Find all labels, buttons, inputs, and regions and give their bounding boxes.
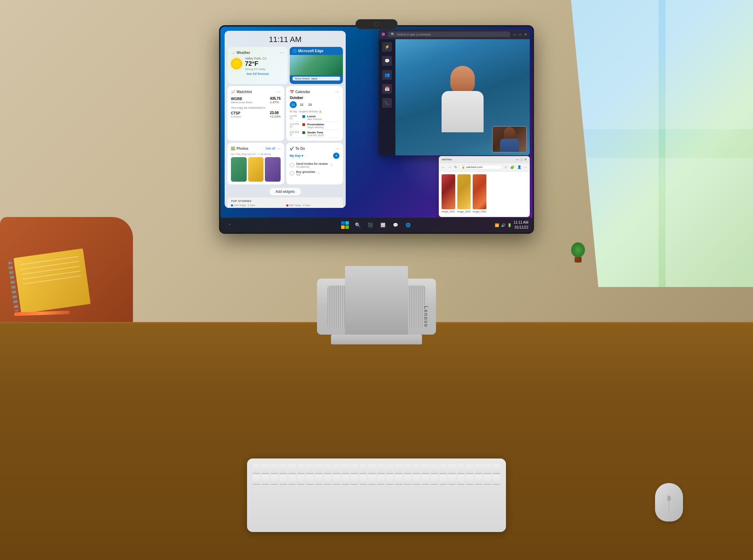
todo-menu[interactable]: ··· [335, 146, 339, 151]
news-item-2[interactable]: NBC News · 5 mins Are coffee naps the an… [286, 204, 339, 208]
teams-nav-teams[interactable]: 👥 [382, 70, 392, 80]
thumbnail-video-feed [492, 126, 527, 153]
calendar-widget[interactable]: 📅 Calendar ··· October › 21 22 2 [286, 86, 343, 141]
event-pres-details: Presentation Skype Meeting [307, 123, 324, 128]
photos-widget[interactable]: 🖼️ Photos See all ··· On This Day Oct 20 [227, 143, 284, 184]
monitor-stand [345, 266, 408, 343]
todo-star-icon-2[interactable]: ☆ [317, 171, 321, 175]
browser-image-item-2[interactable]: image_0002 [457, 174, 471, 213]
teams-nav-chat[interactable]: 💬 [382, 56, 392, 66]
taskbar-battery-icon[interactable]: 🔋 [507, 223, 512, 227]
notebook-cover [14, 248, 91, 314]
weather-forecast-link[interactable]: See full forecast [231, 72, 284, 76]
notebook [14, 246, 106, 321]
webcam-lens [374, 22, 379, 26]
keyboard-keys [247, 458, 506, 490]
browser-back-button[interactable]: ← [441, 164, 446, 170]
taskbar-center-icons: 🔍 ⬛ 🪟 💬 🌐 [340, 220, 413, 230]
photos-thumb-3[interactable] [265, 157, 281, 182]
news-item-1[interactable]: USA Today · 3 mins One of the smallest b… [231, 204, 284, 208]
todo-checkbox-2[interactable] [290, 171, 294, 175]
edge-widget[interactable]: 🌐 Microsoft Edge Noma Ohashi, Japan [290, 47, 343, 84]
todo-item-2[interactable]: Buy groceries Test ☆ [290, 169, 339, 177]
teams-nav-calls[interactable]: 📞 [382, 98, 392, 108]
todo-list-selector[interactable]: My Day ▾ [290, 154, 303, 158]
taskbar-teams-button[interactable]: 💬 [390, 220, 400, 230]
event-pres-detail: Skype Meeting [307, 126, 324, 128]
weather-info: Valley Park, CA 72°F Strong UV today [245, 57, 284, 71]
browser-forward-button[interactable]: → [447, 164, 452, 170]
todo-checkbox-1[interactable] [290, 163, 294, 167]
stock-wgrb-name: Warehouse Bank [231, 101, 252, 104]
taskview-icon: ⬛ [368, 223, 373, 227]
calendar-day-23[interactable]: 23 [307, 101, 314, 108]
calendar-event-lunch[interactable]: 12 PM1h Lunch Alex Johnson [290, 114, 339, 122]
stock-wgrb-price: 435.75 [270, 97, 281, 100]
browser-minimize[interactable]: — [516, 158, 519, 161]
todo-add-button[interactable]: + [333, 153, 339, 159]
browser-account-icon[interactable]: 👤 [516, 164, 522, 170]
photos-thumb-1[interactable] [231, 157, 247, 182]
calendar-nav[interactable]: › [338, 96, 339, 99]
browser-reload-button[interactable]: ↻ [453, 164, 458, 170]
watchlist-widget[interactable]: 📈 Watchlist ··· WGRB Warehouse Bank [227, 86, 284, 141]
stock-wgrb-ticker: WGRB [231, 97, 252, 101]
photos-see-all-link[interactable]: See all [266, 147, 275, 150]
todo-star-icon-1[interactable]: ☆ [330, 163, 333, 167]
browser-product-image-2[interactable] [457, 174, 471, 209]
windows-desktop[interactable]: U 11:11 AM ☁️ Weather ··· [220, 27, 533, 232]
weather-widget[interactable]: ☁️ Weather ··· Valley Park, CA 72°F Stro… [227, 47, 288, 84]
browser-extensions-icon[interactable]: 🧩 [509, 164, 515, 170]
calendar-menu[interactable]: ··· [335, 89, 339, 94]
teams-nav-calendar[interactable]: 📅 [382, 84, 392, 94]
browser-product-image-3[interactable] [473, 174, 486, 209]
system-tray-expand-icon[interactable]: ^ [229, 223, 230, 227]
calendar-event-presentation[interactable]: 1:30 PM2h Presentation Skype Meeting [290, 122, 339, 130]
taskbar-system-tray-left[interactable]: ^ [225, 220, 234, 230]
teams-minimize-button[interactable]: — [513, 33, 516, 36]
taskbar-clock[interactable]: 11:11 AM 01/11/22 [514, 220, 528, 230]
todo-item-1[interactable]: Send invites for review On planning ☆ [290, 161, 339, 169]
teams-main-area [395, 39, 530, 155]
weather-widget-menu[interactable]: ··· [280, 50, 284, 55]
teams-nav-activity[interactable]: ⚡ [382, 42, 392, 52]
teams-search-box[interactable]: 🔍 Search or type a command [388, 31, 510, 37]
widgets-row-3: 🖼️ Photos See all ··· On This Day Oct 20 [227, 143, 343, 184]
todo-widget[interactable]: ✔️ To Do ··· My Day ▾ + [286, 143, 343, 184]
watchlist-menu[interactable]: ··· [276, 89, 281, 94]
browser-image-item-1[interactable]: image_0001 [442, 174, 455, 213]
browser-image-item-3[interactable]: image_0003 [473, 174, 486, 213]
taskbar-edge-button[interactable]: 🌐 [403, 220, 413, 230]
taskbar-network-icon[interactable]: 📶 [495, 223, 499, 227]
monitor-screen[interactable]: U 11:11 AM ☁️ Weather ··· [220, 27, 533, 232]
computer-mouse [655, 483, 683, 522]
taskbar-taskview-button[interactable]: ⬛ [365, 220, 375, 230]
photos-menu[interactable]: ··· [276, 146, 281, 151]
taskbar-search-button[interactable]: 🔍 [353, 220, 363, 230]
browser-maximize[interactable]: □ [521, 158, 523, 161]
browser-menu-icon[interactable]: ··· [523, 164, 528, 170]
browser-star-button[interactable]: ☆ [504, 164, 508, 170]
calendar-day-21[interactable]: 21 [290, 101, 297, 108]
calendar-day-22[interactable]: 22 [298, 101, 305, 108]
teams-maximize-button[interactable]: □ [519, 33, 521, 36]
edge-location-bar[interactable]: Noma Ohashi, Japan [293, 77, 340, 80]
calendar-event-studio[interactable]: 4:00 PM3h Studio Time Conf Rm 32/35 [290, 130, 339, 138]
photo-icon: 🖼️ [231, 147, 235, 150]
teams-close-button[interactable]: ✕ [524, 33, 527, 36]
teams-window[interactable]: 🟣 🔍 Search or type a command — □ ✕ ⚡ 💬 [379, 29, 530, 155]
browser-url-bar[interactable]: 🔒 satchels.com [459, 165, 502, 169]
start-button[interactable] [340, 220, 350, 230]
browser-product-image-1[interactable] [442, 174, 455, 209]
browser-close[interactable]: ✕ [524, 158, 527, 161]
watchlist-title: 📈 Watchlist [231, 90, 252, 94]
taskbar[interactable]: ^ 🔍 [220, 218, 533, 232]
add-widgets-button[interactable]: Add widgets [269, 188, 301, 195]
wifi-icon: 📶 [495, 223, 499, 227]
taskbar-widgets-button[interactable]: 🪟 [378, 220, 388, 230]
photos-thumb-2[interactable] [248, 157, 264, 182]
taskbar-volume-icon[interactable]: 🔊 [501, 223, 505, 227]
browser-window[interactable]: satchels — □ ✕ ← → ↻ 🔒 satchels.com ☆ [439, 156, 530, 217]
edge-widget-header: 🌐 Microsoft Edge [290, 47, 343, 55]
todo-item-1-content: Send invites for review On planning [296, 162, 328, 168]
